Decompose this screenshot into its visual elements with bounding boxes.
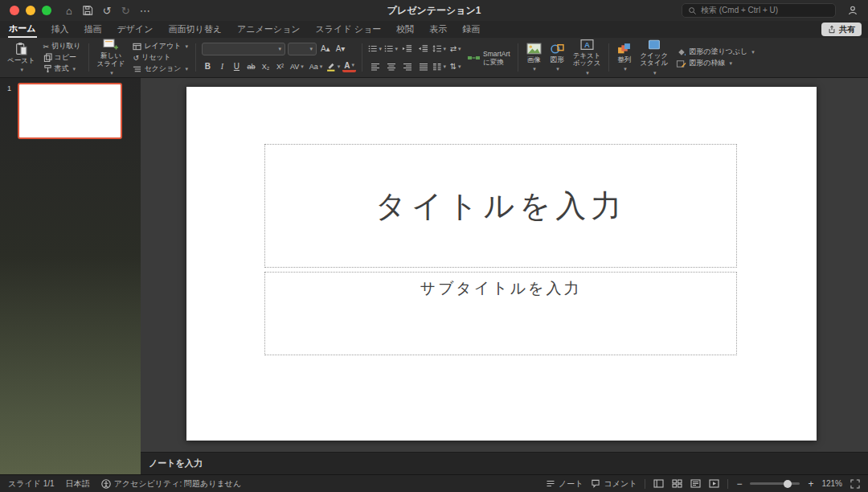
- undo-icon[interactable]: ↺: [103, 6, 112, 16]
- align-center-button[interactable]: [384, 60, 398, 72]
- italic-button[interactable]: I: [216, 60, 228, 72]
- new-slide-button[interactable]: 新しい スライド: [95, 37, 128, 78]
- format-painter-icon: [43, 64, 52, 73]
- reset-icon: ↺: [133, 54, 139, 62]
- increase-indent-button[interactable]: [416, 43, 430, 55]
- tab-transitions[interactable]: 画面切り替え: [168, 22, 223, 37]
- tab-home[interactable]: ホーム: [8, 21, 37, 38]
- notes-toggle-button[interactable]: ノート: [546, 478, 583, 490]
- normal-view-button[interactable]: [653, 479, 664, 488]
- scissors-icon: ✂: [43, 43, 50, 51]
- copy-icon: [43, 53, 52, 62]
- reading-view-button[interactable]: [690, 479, 701, 488]
- tab-view[interactable]: 表示: [428, 22, 448, 37]
- align-right-icon: [403, 63, 412, 71]
- tab-slideshow[interactable]: スライド ショー: [315, 22, 383, 37]
- tab-design[interactable]: デザイン: [117, 22, 154, 37]
- convert-to-smartart-button[interactable]: SmartArt に変換: [465, 50, 512, 66]
- align-right-button[interactable]: [400, 60, 414, 72]
- layout-icon: [133, 43, 141, 51]
- layout-button[interactable]: レイアウト: [131, 41, 190, 51]
- slide-canvas[interactable]: タイトルを入力 サブタイトルを入力: [186, 87, 817, 441]
- strikethrough-button[interactable]: ab: [245, 60, 257, 72]
- grow-font-button[interactable]: A▴: [319, 43, 332, 55]
- svg-text:A: A: [584, 40, 590, 49]
- language-label[interactable]: 日本語: [66, 478, 90, 490]
- reset-slide-button[interactable]: ↺ リセット: [131, 52, 190, 63]
- section-icon: [133, 65, 141, 73]
- comments-toggle-button[interactable]: コメント: [591, 478, 637, 490]
- underline-button[interactable]: U: [231, 60, 243, 72]
- share-button[interactable]: 共有: [821, 23, 862, 36]
- zoom-out-button[interactable]: −: [736, 478, 742, 490]
- copy-button[interactable]: コピー: [42, 52, 83, 63]
- home-icon[interactable]: ⌂: [66, 6, 72, 16]
- font-name-combo[interactable]: [202, 43, 285, 55]
- slideshow-icon: [709, 479, 719, 488]
- quick-styles-icon: [648, 39, 661, 51]
- bold-button[interactable]: B: [202, 60, 214, 72]
- shape-outline-icon: [676, 59, 686, 68]
- save-icon[interactable]: [82, 5, 93, 16]
- tab-draw[interactable]: 描画: [84, 22, 103, 37]
- tab-animations[interactable]: アニメーション: [236, 22, 301, 37]
- notes-pane[interactable]: ノートを入力: [141, 452, 868, 474]
- zoom-level-label[interactable]: 121%: [821, 479, 842, 488]
- search-placeholder: 検索 (Cmd + Ctrl + U): [701, 5, 778, 16]
- line-spacing-button[interactable]: [432, 43, 446, 55]
- columns-button[interactable]: [432, 60, 446, 72]
- subtitle-placeholder[interactable]: サブタイトルを入力: [264, 272, 737, 355]
- shape-outline-button[interactable]: 図形の枠線: [674, 58, 756, 68]
- align-left-button[interactable]: [368, 60, 382, 72]
- tab-review[interactable]: 校閲: [395, 22, 415, 37]
- slide-thumbnail-number: 1: [7, 84, 11, 92]
- slideshow-view-button[interactable]: [709, 479, 719, 488]
- more-commands-icon[interactable]: ⋯: [140, 6, 150, 16]
- account-icon[interactable]: [847, 5, 858, 16]
- shape-fill-button[interactable]: 図形の塗りつぶし: [674, 47, 756, 57]
- tab-record[interactable]: 録画: [461, 22, 481, 37]
- font-size-combo[interactable]: [288, 43, 317, 55]
- insert-picture-button[interactable]: 画像: [524, 42, 544, 74]
- text-direction-icon: ⇄: [450, 44, 457, 53]
- shrink-font-button[interactable]: A▾: [334, 43, 347, 55]
- format-painter-button[interactable]: 書式: [42, 64, 83, 74]
- search-input[interactable]: 検索 (Cmd + Ctrl + U): [682, 3, 836, 18]
- fit-slide-to-window-icon[interactable]: [850, 479, 860, 489]
- accessibility-status[interactable]: アクセシビリティ: 問題ありません: [101, 478, 242, 490]
- justify-button[interactable]: [416, 60, 430, 72]
- slide-thumbnail-pane: 1: [0, 78, 141, 474]
- new-slide-icon: [103, 38, 119, 51]
- cut-button[interactable]: ✂ 切り取り: [42, 41, 83, 51]
- section-button[interactable]: セクション: [131, 64, 190, 74]
- font-color-button[interactable]: A: [342, 61, 356, 72]
- tab-insert[interactable]: 挿入: [51, 22, 70, 37]
- zoom-in-button[interactable]: +: [808, 478, 813, 490]
- zoom-slider-knob[interactable]: [784, 480, 792, 488]
- subscript-button[interactable]: X₂: [260, 60, 272, 72]
- text-direction-button[interactable]: ⇄: [448, 43, 462, 55]
- insert-shapes-button[interactable]: 図形: [548, 42, 567, 74]
- numbering-button[interactable]: [384, 43, 398, 55]
- insert-textbox-button[interactable]: A テキスト ボックス: [571, 38, 604, 78]
- decrease-indent-button[interactable]: [400, 43, 414, 55]
- title-placeholder[interactable]: タイトルを入力: [264, 144, 737, 268]
- paste-button[interactable]: ペースト: [5, 41, 38, 75]
- notes-icon: [546, 480, 555, 488]
- quick-styles-button[interactable]: クイック スタイル: [637, 38, 670, 78]
- slide-sorter-view-button[interactable]: [672, 479, 682, 488]
- character-spacing-button[interactable]: AV: [289, 60, 305, 72]
- slide-thumbnail[interactable]: [18, 83, 122, 139]
- bullets-icon: [368, 44, 377, 53]
- align-text-vertical-button[interactable]: ⇅: [448, 60, 462, 72]
- highlight-color-button[interactable]: [326, 60, 340, 72]
- zoom-slider[interactable]: [750, 482, 800, 485]
- change-case-button[interactable]: Aa: [308, 60, 325, 72]
- superscript-button[interactable]: X²: [274, 60, 286, 72]
- redo-icon[interactable]: ↻: [121, 6, 130, 16]
- bullets-button[interactable]: [368, 43, 382, 55]
- vertical-align-icon: ⇅: [450, 62, 457, 71]
- increase-indent-icon: [418, 44, 428, 53]
- arrange-button[interactable]: 整列: [615, 42, 633, 74]
- reading-view-icon: [690, 479, 701, 488]
